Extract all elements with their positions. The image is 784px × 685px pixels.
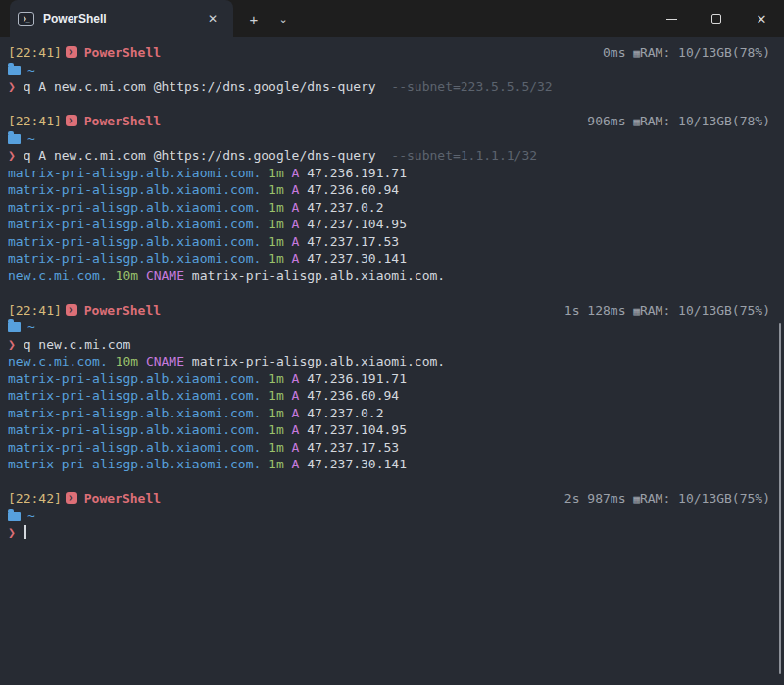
minimize-button[interactable] (649, 0, 694, 37)
titlebar-drag-region[interactable] (295, 0, 649, 37)
tab-close-button[interactable]: ✕ (202, 8, 223, 29)
terminal-line-record: matrix-pri-alisgp.alb.xiaomi.com. 1m A 4… (8, 405, 770, 422)
prompt-icon: ❯ (8, 337, 24, 352)
terminal-line-record: matrix-pri-alisgp.alb.xiaomi.com. 1m A 4… (8, 387, 770, 405)
command-text: q new.c.mi.com (24, 337, 131, 352)
dns-ttl: 1m (269, 440, 291, 455)
dns-ttl: 1m (269, 388, 291, 403)
line-left: new.c.mi.com. 10m CNAME matrix-pri-alisg… (8, 353, 445, 370)
line-left: matrix-pri-alisgp.alb.xiaomi.com. 1m A 4… (8, 165, 407, 182)
terminal-line-record: matrix-pri-alisgp.alb.xiaomi.com. 1m A 4… (8, 421, 770, 439)
dns-ttl: 1m (269, 234, 291, 249)
line-left: matrix-pri-alisgp.alb.xiaomi.com. 1m A 4… (8, 181, 399, 199)
dns-ttl: 1m (269, 166, 291, 180)
prompt-icon: ❯ (8, 525, 24, 540)
dns-host: matrix-pri-alisgp.alb.xiaomi.com. (8, 406, 269, 420)
prompt-icon: ❯ (8, 148, 24, 163)
shell-name: PowerShell (84, 491, 161, 506)
new-tab-button[interactable]: + (241, 0, 267, 37)
cwd-path: ~ (27, 63, 35, 77)
dns-host: matrix-pri-alisgp.alb.xiaomi.com. (8, 234, 269, 249)
powershell-segment-icon (66, 304, 77, 316)
terminal-line-record: matrix-pri-alisgp.alb.xiaomi.com. 1m A 4… (8, 216, 770, 233)
maximize-icon (711, 14, 721, 24)
minimize-icon (666, 19, 677, 20)
terminal-lines: [22:41]PowerShell0ms ▦RAM: 10/13GB(78%)~… (8, 44, 770, 542)
close-button[interactable]: ✕ (739, 0, 784, 37)
terminal-window: ❯_ PowerShell ✕ + ⌄ ✕ [22:41]PowerShell0… (0, 0, 784, 685)
plus-icon: + (250, 11, 259, 27)
command-suggestion: --subnet=223.5.5.5/32 (376, 79, 553, 94)
terminal-line-cwd: ~ (8, 318, 770, 336)
dns-value: 47.237.0.2 (307, 406, 383, 420)
terminal-line-header: [22:41]PowerShell0ms ▦RAM: 10/13GB(78%) (8, 44, 770, 62)
dns-record-type: CNAME (146, 269, 192, 283)
shell-name: PowerShell (84, 303, 161, 318)
dns-host: new.c.mi.com. (8, 354, 116, 368)
tab-bar-divider (269, 11, 270, 26)
folder-icon (8, 322, 21, 332)
command-duration: 906ms (587, 114, 633, 128)
blank-line (8, 97, 16, 112)
dns-host: matrix-pri-alisgp.alb.xiaomi.com. (8, 200, 269, 215)
terminal-line-record: matrix-pri-alisgp.alb.xiaomi.com. 1m A 4… (8, 199, 770, 217)
window-controls: ✕ (649, 0, 784, 37)
line-left: matrix-pri-alisgp.alb.xiaomi.com. 1m A 4… (8, 405, 384, 422)
ram-usage: RAM: 10/13GB(75%) (640, 303, 770, 318)
tab-powershell[interactable]: ❯_ PowerShell ✕ (10, 0, 233, 37)
scrollbar-thumb[interactable] (779, 323, 781, 674)
terminal-line-record: new.c.mi.com. 10m CNAME matrix-pri-alisg… (8, 268, 770, 285)
dns-value: 47.237.30.141 (307, 457, 407, 471)
terminal-line-cmd: ❯ q A new.c.mi.com @https://dns.google/d… (8, 78, 770, 96)
terminal[interactable]: [22:41]PowerShell0ms ▦RAM: 10/13GB(78%)~… (0, 37, 784, 685)
timestamp: [22:41] (8, 303, 62, 318)
terminal-line-header: [22:42]PowerShell2s 987ms ▦RAM: 10/13GB(… (8, 490, 770, 508)
blank-line (8, 285, 16, 300)
ram-icon: ▦ (633, 493, 640, 506)
dns-host: matrix-pri-alisgp.alb.xiaomi.com. (8, 182, 269, 197)
shell-name: PowerShell (84, 45, 161, 60)
dns-ttl: 10m (116, 269, 146, 283)
line-left: ❯ (8, 524, 26, 542)
cwd-path: ~ (27, 319, 35, 334)
command-duration: 1s 128ms (564, 303, 633, 318)
dns-ttl: 1m (269, 251, 291, 266)
terminal-line-header: [22:41]PowerShell906ms ▦RAM: 10/13GB(78%… (8, 113, 770, 130)
dns-ttl: 1m (269, 200, 291, 215)
terminal-line-record: new.c.mi.com. 10m CNAME matrix-pri-alisg… (8, 353, 770, 370)
timestamp: [22:41] (8, 114, 62, 128)
command-text: q A new.c.mi.com @https://dns.google/dns… (24, 148, 376, 163)
dns-record-type: A (292, 200, 308, 215)
line-left: ~ (8, 508, 35, 525)
dns-record-type: A (292, 251, 308, 266)
command-duration: 2s 987ms (564, 491, 633, 506)
close-icon: ✕ (757, 13, 767, 25)
dns-ttl: 10m (116, 354, 146, 368)
line-left: [22:42]PowerShell (8, 490, 161, 508)
command-suggestion: --subnet=1.1.1.1/32 (376, 148, 537, 163)
terminal-line-blank (8, 473, 770, 491)
dns-record-type: A (292, 234, 308, 249)
line-left (8, 96, 16, 114)
line-left: [22:41]PowerShell (8, 113, 161, 130)
terminal-line-blank (8, 284, 770, 302)
tab-dropdown-button[interactable]: ⌄ (271, 0, 295, 37)
line-right: 906ms ▦RAM: 10/13GB(78%) (587, 113, 770, 130)
line-left: matrix-pri-alisgp.alb.xiaomi.com. 1m A 4… (8, 421, 407, 439)
command-text: q A new.c.mi.com @https://dns.google/dns… (24, 79, 376, 94)
dns-value: 47.237.30.141 (307, 251, 407, 266)
dns-record-type: A (292, 440, 308, 455)
line-left: [22:41]PowerShell (8, 302, 161, 319)
dns-value: 47.236.60.94 (307, 388, 399, 403)
dns-value: 47.237.0.2 (307, 200, 383, 215)
tab-title: PowerShell (43, 12, 202, 25)
line-left: matrix-pri-alisgp.alb.xiaomi.com. 1m A 4… (8, 216, 407, 233)
maximize-button[interactable] (694, 0, 739, 37)
dns-ttl: 1m (269, 422, 291, 437)
ram-icon: ▦ (633, 47, 640, 60)
terminal-line-cmd: ❯ q new.c.mi.com (8, 336, 770, 354)
tab-strip: ❯_ PowerShell ✕ (0, 0, 233, 37)
line-left: matrix-pri-alisgp.alb.xiaomi.com. 1m A 4… (8, 199, 384, 217)
line-right: 0ms ▦RAM: 10/13GB(78%) (603, 44, 770, 62)
line-right: 2s 987ms ▦RAM: 10/13GB(75%) (564, 490, 770, 508)
